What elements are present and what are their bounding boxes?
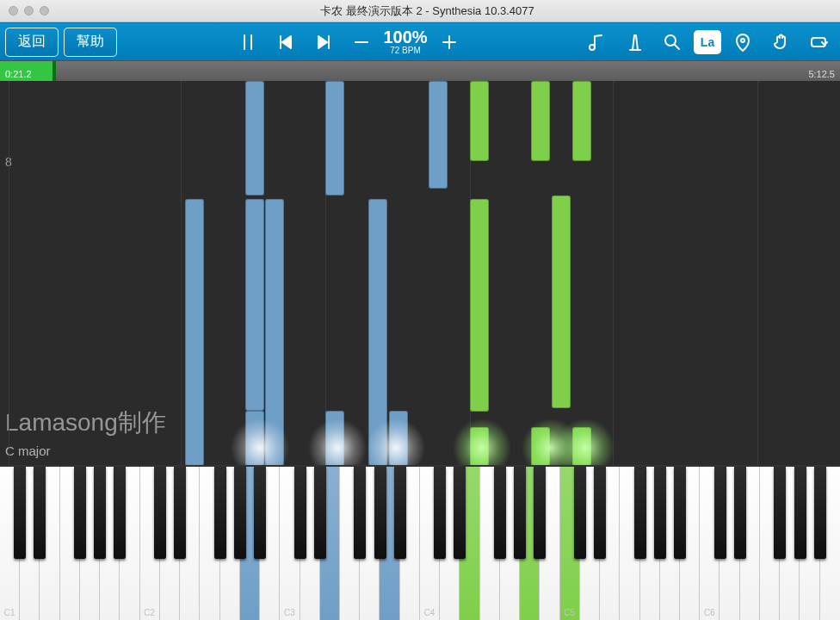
next-button[interactable] [307,26,340,59]
gridline [757,81,758,465]
white-key[interactable] [480,467,500,620]
white-key[interactable] [520,467,540,620]
white-key[interactable] [500,467,520,620]
window-controls[interactable] [0,6,49,16]
white-key[interactable]: C5 [560,467,580,620]
back-button[interactable]: 返回 [5,28,59,57]
white-key[interactable] [20,467,40,620]
notes-button[interactable] [580,26,613,59]
metronome-icon [625,33,644,52]
white-key[interactable] [660,467,680,620]
white-key[interactable] [800,467,819,620]
white-key[interactable] [640,467,660,620]
white-key[interactable] [580,467,600,620]
search-icon [663,33,682,52]
falling-note [470,199,489,412]
main-toolbar: 返回 幫助 100% 72 BPM La [0,22,840,60]
white-key[interactable] [100,467,120,620]
white-key[interactable] [440,467,460,620]
white-key[interactable]: C6 [700,467,720,620]
key-label: C major [5,443,51,458]
pause-icon [238,33,257,52]
white-key[interactable] [620,467,639,620]
zoom-button[interactable] [656,26,689,59]
white-key[interactable] [720,467,739,620]
white-key[interactable] [260,467,280,620]
gridline [9,81,9,465]
falling-note [245,199,264,411]
gridline [613,81,614,465]
falling-note [429,81,448,189]
pause-button[interactable] [232,26,264,59]
zoom-icon[interactable] [40,6,49,16]
falling-note [245,411,264,465]
loop-button[interactable] [802,26,835,59]
white-key[interactable] [220,467,240,620]
white-key[interactable] [40,467,59,620]
svg-point-1 [741,39,744,42]
white-key[interactable] [300,467,320,620]
bookmark-button[interactable] [726,26,759,59]
white-key[interactable] [160,467,180,620]
white-key[interactable] [760,467,780,620]
falling-note [368,199,387,465]
white-key[interactable] [820,467,840,620]
white-key[interactable] [80,467,100,620]
svg-rect-2 [812,38,825,46]
pin-icon [733,33,752,52]
progress-bar[interactable]: 0:21.2 5:12.5 [0,60,840,81]
white-key[interactable] [120,467,139,620]
key-c-label: C6 [700,608,719,617]
falling-note [325,81,344,195]
tempo-display: 100% 72 BPM [383,28,427,55]
white-key[interactable] [200,467,219,620]
white-key[interactable] [540,467,559,620]
hands-button[interactable] [764,26,797,59]
white-key[interactable]: C2 [140,467,160,620]
white-key[interactable] [600,467,620,620]
note-icon [587,33,606,52]
progress-handle[interactable] [52,61,56,81]
white-key[interactable]: C3 [280,467,300,620]
minimize-icon[interactable] [24,6,34,16]
white-key[interactable] [460,467,479,620]
white-key[interactable] [680,467,700,620]
close-icon[interactable] [9,6,18,16]
key-c-label: C5 [560,608,579,617]
white-key[interactable] [340,467,360,620]
tempo-bpm: 72 BPM [390,46,421,55]
hand-icon [771,33,790,52]
white-key[interactable] [740,467,760,620]
help-button[interactable]: 幫助 [64,28,117,57]
falling-note [531,427,550,465]
falling-note [572,81,591,161]
tempo-plus-button[interactable] [433,26,466,59]
white-key[interactable] [780,467,800,620]
white-key[interactable]: C4 [420,467,440,620]
falling-note [325,411,344,465]
white-key[interactable]: C1 [0,467,20,620]
note-display: 8 Lamasong制作 C major [0,81,840,465]
white-key[interactable] [380,467,399,620]
falling-note [265,199,284,465]
white-key[interactable] [180,467,200,620]
labels-button[interactable]: La [694,30,721,54]
falling-note [531,81,550,161]
metronome-button[interactable] [618,26,651,59]
macos-titlebar: 卡农 最终演示版本 2 - Synthesia 10.3.4077 [0,0,840,22]
white-key[interactable] [400,467,420,620]
white-key[interactable] [60,467,80,620]
white-key[interactable] [360,467,380,620]
falling-note [470,81,489,161]
tempo-minus-button[interactable] [345,26,378,59]
white-key[interactable] [240,467,260,620]
labels-button-text: La [701,35,714,49]
time-elapsed: 0:21.2 [5,69,32,79]
white-key[interactable] [320,467,340,620]
key-c-label: C2 [140,608,159,617]
piano-keyboard[interactable]: C1C2C3C4C5C6 [0,465,840,620]
watermark-text: Lamasong制作 [5,406,166,439]
falling-note [470,427,489,465]
plus-icon [440,33,459,52]
prev-button[interactable] [269,26,302,59]
